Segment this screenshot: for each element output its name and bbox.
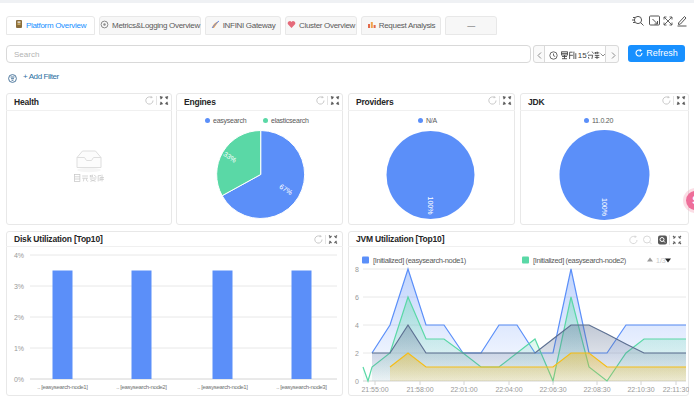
svg-text:22:08:30: 22:08:30 <box>583 386 610 393</box>
svg-text:100%: 100% <box>601 198 608 216</box>
svg-text:22:01:00: 22:01:00 <box>450 386 477 393</box>
svg-text:6: 6 <box>355 294 359 301</box>
svg-text:2: 2 <box>355 350 359 357</box>
svg-text:100%: 100% <box>427 197 434 215</box>
svg-text:4: 4 <box>355 322 359 329</box>
svg-text:22:04:00: 22:04:00 <box>495 386 522 393</box>
svg-text:.. [easysearch-node1]: .. [easysearch-node1] <box>197 384 248 390</box>
svg-text:22:11:30: 22:11:30 <box>663 386 689 393</box>
svg-text:22:10:30: 22:10:30 <box>627 386 654 393</box>
svg-text:.. [easysearch-node2]: .. [easysearch-node2] <box>116 384 167 390</box>
svg-text:[Initialized] (easysearch-node: [Initialized] (easysearch-node1) <box>373 256 467 265</box>
svg-text:8: 8 <box>355 266 359 273</box>
svg-text:21:55:00: 21:55:00 <box>361 386 388 393</box>
svg-text:15: 15 <box>578 51 587 60</box>
svg-text:22:06:30: 22:06:30 <box>539 386 566 393</box>
svg-text:21:58:00: 21:58:00 <box>406 386 433 393</box>
svg-text:0%: 0% <box>14 376 24 383</box>
svg-text:[Initialized] (easysearch-node: [Initialized] (easysearch-node2) <box>533 256 627 265</box>
svg-text:0: 0 <box>355 378 359 385</box>
svg-text:.. [easysearch-node3]: .. [easysearch-node3] <box>276 384 327 390</box>
svg-text:.. [easysearch-node1]: .. [easysearch-node1] <box>37 384 88 390</box>
svg-text:4%: 4% <box>14 252 24 259</box>
svg-text:3%: 3% <box>14 283 24 290</box>
svg-text:1/3: 1/3 <box>656 257 666 264</box>
svg-text:1%: 1% <box>14 345 24 352</box>
svg-text:2%: 2% <box>14 314 24 321</box>
